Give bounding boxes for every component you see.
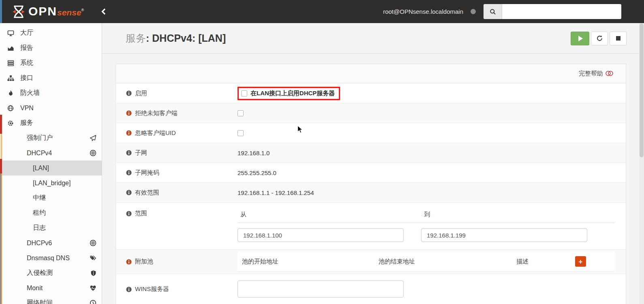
form-row-deny-unknown: 拒绝未知客户端: [116, 103, 626, 123]
opnsense-hourglass-icon: [11, 4, 26, 19]
page-title: 服务: DHCPv4: [LAN]: [126, 32, 226, 45]
field-label: 拒绝未知客户端: [116, 109, 237, 117]
tags-icon: [90, 255, 96, 261]
refresh-icon: [596, 35, 603, 42]
paper-plane-icon: [90, 135, 96, 141]
shield-icon: [90, 270, 96, 276]
info-icon[interactable]: [126, 150, 132, 156]
sidebar-item-log[interactable]: 日志: [0, 221, 102, 235]
sidebar-item-firewall[interactable]: 防火墙: [0, 86, 102, 101]
form-row-ignore-uid: 忽略客户端UID: [116, 123, 626, 143]
enable-dhcp-checkbox[interactable]: [241, 90, 247, 96]
info-icon[interactable]: [126, 90, 132, 96]
search-icon: [490, 9, 496, 15]
sidebar-item-dhcpv6[interactable]: DHCPv6: [0, 235, 102, 250]
sidebar-item-dnsmasq[interactable]: Dnsmasq DNS: [0, 250, 102, 265]
sidebar-item-reporting[interactable]: 报告: [0, 41, 102, 56]
clock-icon: [90, 300, 96, 304]
form-row-subnet-mask: 子网掩码 255.255.255.0: [116, 163, 626, 182]
pool-description-header: 描述: [516, 258, 575, 265]
form-row-subnet: 子网 192.168.1.0: [116, 143, 626, 163]
sitemap-icon: [6, 75, 15, 81]
stop-icon: [616, 36, 620, 41]
edge-strip-pale: [0, 134, 2, 159]
service-stop-button[interactable]: [610, 32, 627, 45]
card-header: 完整帮助: [116, 64, 626, 83]
range-from-input[interactable]: [237, 228, 404, 242]
heartbeat-icon: [90, 285, 96, 291]
fire-icon: [6, 90, 15, 96]
info-icon[interactable]: [126, 190, 132, 195]
sidebar-item-lan-bridge[interactable]: [LAN_bridge]: [0, 176, 102, 191]
field-label: 附加池: [116, 258, 237, 265]
form-row-range: 范围 从 到: [116, 202, 626, 249]
field-label: 启用: [116, 90, 237, 97]
global-search: [484, 4, 621, 19]
sidebar-item-monit[interactable]: Monit: [0, 280, 102, 295]
pool-end-header: 池的结束地址: [379, 258, 516, 265]
info-icon[interactable]: [126, 130, 132, 136]
sidebar-item-interfaces[interactable]: 接口: [0, 71, 102, 86]
subnet-value: 192.168.1.0: [237, 150, 270, 156]
sidebar-item-system[interactable]: 系统: [0, 56, 102, 71]
add-pool-button[interactable]: +: [575, 256, 586, 267]
sidebar-item-captive-portal[interactable]: 强制门户: [0, 131, 102, 146]
full-help-label[interactable]: 完整帮助: [579, 70, 603, 77]
content-area: 完整帮助 启用 在LAN接口上启用DHCP服务器: [102, 54, 644, 304]
info-icon[interactable]: [126, 287, 132, 292]
sidebar-item-relay[interactable]: 中继: [0, 191, 102, 206]
toggle-off-icon[interactable]: [605, 71, 614, 76]
form-row-wins-servers: WINS服务器: [116, 274, 626, 304]
sidebar-collapse-button[interactable]: [101, 8, 106, 15]
vertical-scrollbar[interactable]: [639, 23, 644, 304]
scrollbar-thumb[interactable]: [640, 24, 644, 157]
sidebar-item-vpn[interactable]: VPN: [0, 101, 102, 116]
edge-strip-blue: [0, 0, 2, 23]
chevron-left-icon: [101, 8, 106, 15]
info-icon[interactable]: [126, 170, 132, 176]
search-button[interactable]: [484, 4, 502, 19]
range-table: 从 到: [237, 208, 614, 242]
sidebar-item-lan[interactable]: [LAN]: [0, 161, 102, 176]
range-from-header: 从: [237, 208, 421, 223]
sidebar-nav: 大厅 报告 系统 接口 防火墙 VPN 服务 强制门户: [0, 23, 102, 304]
sidebar-item-leases[interactable]: 租约: [0, 206, 102, 221]
field-label: 子网掩码: [116, 169, 237, 177]
enable-dhcp-label[interactable]: 在LAN接口上启用DHCP服务器: [250, 90, 335, 97]
bullseye-icon: [90, 150, 96, 156]
range-to-input[interactable]: [421, 228, 587, 242]
info-icon[interactable]: [126, 259, 132, 265]
main-content: 服务: DHCPv4: [LAN] 完整帮助: [102, 23, 644, 304]
opnsense-logo[interactable]: OPNsense®: [11, 4, 84, 19]
highlight-annotation-box: 在LAN接口上启用DHCP服务器: [237, 87, 340, 100]
sidebar-item-services[interactable]: 服务: [0, 116, 102, 131]
sidebar-item-dhcpv4[interactable]: DHCPv4: [0, 146, 102, 161]
edge-strip-red: [0, 159, 2, 173]
server-icon: [6, 60, 15, 66]
sidebar-item-intrusion-detection[interactable]: 入侵检测: [0, 265, 102, 280]
form-row-additional-pools: 附加池 池的开始地址 池的结束地址 描述 +: [116, 249, 626, 274]
info-icon[interactable]: [126, 110, 132, 116]
edge-strip-red: [0, 115, 2, 134]
service-start-button[interactable]: [571, 32, 589, 45]
pool-table-header: 池的开始地址 池的结束地址 描述 +: [237, 251, 614, 272]
deny-unknown-checkbox[interactable]: [237, 110, 244, 116]
ignore-uid-checkbox[interactable]: [237, 130, 244, 136]
field-label: 子网: [116, 149, 237, 157]
form-row-available-range: 有效范围 192.168.1.1 - 192.168.1.254: [116, 182, 626, 202]
field-label: 有效范围: [116, 189, 237, 197]
sidebar-item-network-time[interactable]: 网络时间: [0, 295, 102, 304]
info-icon[interactable]: [126, 211, 132, 216]
dhcp-settings-card: 完整帮助 启用 在LAN接口上启用DHCP服务器: [116, 64, 626, 304]
topbar: OPNsense® root@OPNsense.localdomain: [0, 0, 644, 23]
sidebar-item-lobby[interactable]: 大厅: [0, 26, 102, 41]
search-input[interactable]: [502, 4, 621, 19]
service-restart-button[interactable]: [591, 32, 608, 45]
bullseye-icon: [90, 240, 96, 246]
logged-in-user[interactable]: root@OPNsense.localdomain: [383, 8, 463, 15]
pool-start-header: 池的开始地址: [237, 258, 379, 265]
field-label: 忽略客户端UID: [116, 129, 237, 137]
wins-servers-input[interactable]: [237, 280, 404, 298]
available-range-value: 192.168.1.1 - 192.168.1.254: [237, 189, 314, 196]
service-actions: [571, 32, 627, 45]
